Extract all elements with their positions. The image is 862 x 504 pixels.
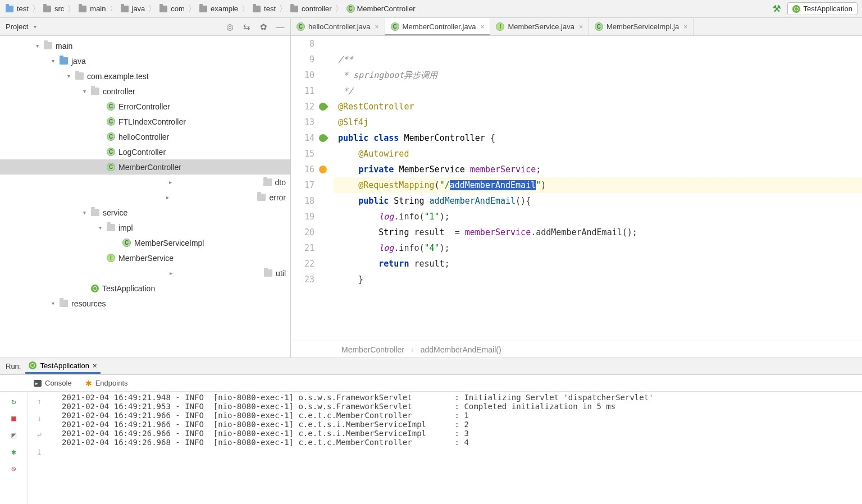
chevron-icon[interactable] [97,118,103,125]
spring-icon [29,361,37,369]
spring-bean-icon[interactable] [317,132,329,144]
scroll-icon[interactable]: ⤓ [34,447,44,457]
tree-item[interactable]: dto [0,175,290,190]
build-icon[interactable]: ⚒ [773,3,781,14]
editor-tab[interactable]: CMemberController.java× [385,18,491,35]
console-side-buttons: ↑ ↓ ⤶ ⤓ [28,392,51,504]
fld-gray-icon [257,194,266,201]
run-tool-window: Run: TestApplication × ▸ Console ✱ Endpo… [0,358,862,504]
gutter-icons [319,36,334,341]
chevron-icon[interactable] [49,300,56,307]
fld-gray-icon [264,269,272,277]
crumb-method[interactable]: addMemberAndEmail() [421,345,501,354]
tree-item[interactable]: CMemberServiceImpl [0,235,290,250]
crumb-class[interactable]: MemberController [341,345,404,354]
tree-item[interactable]: CErrorController [0,99,290,114]
exit-icon[interactable]: ⎋ [9,464,19,474]
tree-item[interactable]: impl [0,220,290,235]
tree-item[interactable]: CLogController [0,144,290,159]
editor-area: ChelloController.java×CMemberController.… [291,18,862,358]
chevron-icon[interactable] [112,240,119,246]
project-tree[interactable]: mainjavacom.example.testcontrollerCError… [0,36,290,358]
chevron-icon[interactable] [97,164,103,171]
class-icon: C [107,163,115,171]
tree-item[interactable]: IMemberService [0,250,290,265]
close-icon[interactable]: × [480,23,484,31]
iface-icon: I [107,254,115,262]
class-icon: C [122,239,131,247]
debug-icon[interactable]: ✱ [9,447,19,457]
close-icon[interactable]: × [93,361,97,370]
chevron-icon[interactable] [97,103,103,110]
tree-item[interactable]: main [0,38,290,53]
tree-item[interactable]: com.example.test [0,68,290,84]
close-icon[interactable]: × [579,23,583,31]
chevron-icon[interactable] [97,134,103,140]
chevron-icon[interactable] [81,270,261,277]
breadcrumb-item[interactable]: test [252,4,277,13]
spring-bean-icon[interactable] [317,101,329,112]
run-config-selector[interactable]: TestApplication [787,2,858,15]
run-tab-testapplication[interactable]: TestApplication × [25,359,100,374]
tree-item[interactable]: java [0,53,290,68]
code-area[interactable]: /** * springboot异步调用 */@RestController@S… [334,36,862,341]
down-icon[interactable]: ↓ [34,413,44,423]
chevron-icon[interactable] [81,194,254,201]
breadcrumb-item[interactable]: controller [289,4,332,13]
code-editor[interactable]: 891011121314151617181920212223 /** * spr… [291,36,862,341]
breadcrumb-item[interactable]: example [198,4,239,13]
class-icon: C [107,132,115,141]
tree-item[interactable]: resources [0,296,290,311]
project-dropdown-icon[interactable] [31,24,38,30]
editor-tab[interactable]: IMemberService.java× [490,18,589,35]
wrap-icon[interactable]: ⤶ [34,430,44,440]
editor-tab[interactable]: ChelloController.java× [291,18,385,35]
endpoints-tab[interactable]: ✱ Endpoints [85,379,128,388]
chevron-icon[interactable] [81,285,88,292]
tree-item[interactable]: ChelloController [0,129,290,144]
tree-item[interactable]: service [0,205,290,220]
console-tab[interactable]: ▸ Console [34,379,72,387]
chevron-icon[interactable] [97,255,103,262]
stop-icon[interactable]: ■ [9,413,19,423]
tree-item[interactable]: TestApplication [0,281,290,296]
run-label: Run: [6,362,21,370]
tree-item[interactable]: error [0,190,290,205]
breadcrumb-item[interactable]: com [158,4,186,13]
chevron-icon[interactable] [97,224,103,231]
fld-gray-icon [263,178,272,186]
expand-icon[interactable]: ⇆ [242,22,251,31]
editor-tab[interactable]: CMemberServiceImpl.ja× [589,18,694,35]
breadcrumb-item[interactable]: java [120,4,147,13]
close-icon[interactable]: × [375,23,379,31]
breadcrumb-item[interactable]: src [42,4,65,13]
close-icon[interactable]: × [683,23,687,31]
project-header: Project ◎ ⇆ ✿ — [0,18,290,36]
up-icon[interactable]: ↑ [34,396,44,406]
chevron-icon[interactable] [81,88,88,95]
breadcrumb-item[interactable]: CMemberController [345,4,417,13]
chevron-icon[interactable] [81,209,88,216]
file-icon: C [595,22,603,31]
chevron-icon[interactable] [97,149,103,155]
hide-icon[interactable]: — [276,22,285,31]
dump-icon[interactable]: ◩ [9,430,19,440]
chevron-icon[interactable] [81,179,260,186]
locate-icon[interactable]: ◎ [225,22,234,31]
tree-item[interactable]: CFTLIndexController [0,114,290,129]
chevron-icon[interactable] [49,58,56,65]
tree-item[interactable]: controller [0,84,290,99]
tree-item[interactable]: util [0,265,290,281]
console-output[interactable]: 2021-02-04 16:49:21.948 - INFO [nio-8080… [51,392,862,504]
settings-icon[interactable]: ✿ [259,22,268,31]
intention-bulb-icon[interactable] [319,166,327,173]
chevron-icon[interactable] [34,43,40,49]
fld-gray-icon [44,42,52,49]
project-tool-window: Project ◎ ⇆ ✿ — mainjavacom.example.test… [0,18,291,358]
tree-item[interactable]: CMemberController [0,159,290,175]
chevron-icon[interactable] [65,73,72,80]
editor-crumbs: MemberController › addMemberAndEmail() [291,341,862,358]
breadcrumb-item[interactable]: test [4,4,30,13]
rerun-icon[interactable]: ↻ [9,396,19,406]
breadcrumb-item[interactable]: main [77,4,107,13]
